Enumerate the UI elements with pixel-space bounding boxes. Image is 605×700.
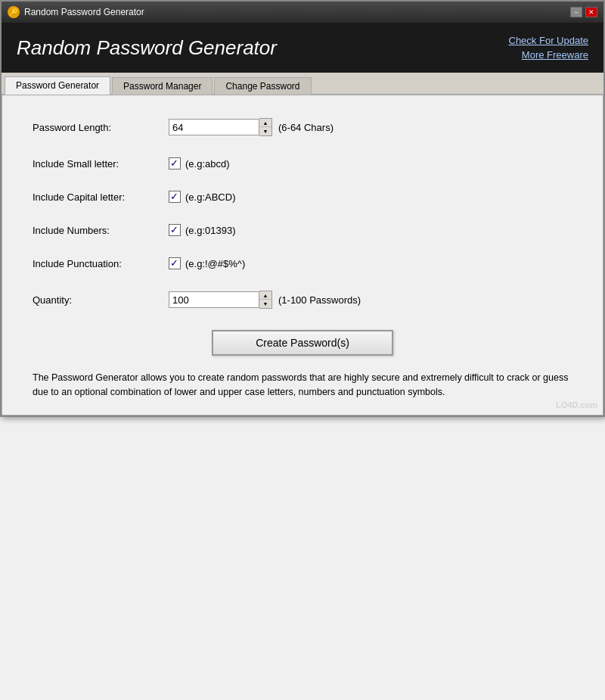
- password-length-spinner: ▲ ▼: [169, 118, 272, 136]
- tab-password-manager[interactable]: Password Manager: [112, 77, 213, 95]
- tab-password-generator[interactable]: Password Generator: [5, 76, 110, 95]
- quantity-label: Quantity:: [33, 294, 169, 306]
- password-length-control: ▲ ▼ (6-64 Chars): [169, 118, 334, 136]
- main-window: 🔑 Random Password Generator − ✕ Random P…: [0, 0, 605, 417]
- quantity-hint: (1-100 Passwords): [278, 294, 361, 306]
- create-password-button[interactable]: Create Password(s): [212, 330, 393, 356]
- include-numbers-label: Include Numbers:: [33, 225, 169, 236]
- include-punctuation-label: Include Punctuation:: [33, 258, 169, 269]
- check-update-link[interactable]: Check For Update: [509, 35, 589, 46]
- window-title: Random Password Generator: [24, 7, 144, 17]
- more-freeware-link[interactable]: More Freeware: [522, 49, 588, 61]
- tabs-section: Password Generator Password Manager Chan…: [2, 73, 603, 95]
- quantity-control: ▲ ▼ (1-100 Passwords): [169, 291, 361, 309]
- include-punctuation-control: (e.g:!@#$%^): [169, 257, 245, 269]
- title-bar: 🔑 Random Password Generator − ✕: [2, 2, 603, 23]
- password-length-row: Password Length: ▲ ▼ (6-64 Chars): [33, 118, 572, 136]
- header-links: Check For Update More Freeware: [509, 35, 589, 61]
- include-punctuation-checkbox-area: (e.g:!@#$%^): [169, 257, 245, 269]
- include-numbers-checkbox-area: (e.g:01393): [169, 224, 236, 236]
- include-punctuation-hint: (e.g:!@#$%^): [185, 258, 245, 269]
- include-small-row: Include Small letter: (e.g:abcd): [33, 157, 572, 170]
- include-capital-checkbox[interactable]: [169, 191, 181, 203]
- header-section: Random Password Generator Check For Upda…: [2, 23, 603, 73]
- app-icon: 🔑: [8, 6, 20, 18]
- title-bar-controls: − ✕: [570, 7, 597, 17]
- content-area: Password Length: ▲ ▼ (6-64 Chars) Includ…: [2, 95, 603, 415]
- include-numbers-control: (e.g:01393): [169, 224, 236, 236]
- quantity-spinner-btns: ▲ ▼: [259, 291, 272, 309]
- password-length-label: Password Length:: [33, 122, 169, 133]
- quantity-up[interactable]: ▲: [259, 291, 271, 300]
- password-length-spinner-btns: ▲ ▼: [259, 118, 272, 136]
- include-numbers-row: Include Numbers: (e.g:01393): [33, 224, 572, 236]
- tab-change-password[interactable]: Change Password: [214, 77, 311, 95]
- include-capital-row: Include Capital letter: (e.g:ABCD): [33, 191, 572, 203]
- include-small-control: (e.g:abcd): [169, 157, 230, 170]
- include-small-hint: (e.g:abcd): [185, 158, 230, 170]
- include-capital-checkbox-area: (e.g:ABCD): [169, 191, 235, 203]
- quantity-down[interactable]: ▼: [259, 300, 271, 308]
- header-title: Random Password Generator: [17, 36, 277, 60]
- password-length-hint: (6-64 Chars): [278, 122, 334, 133]
- title-bar-left: 🔑 Random Password Generator: [8, 6, 144, 18]
- minimize-button[interactable]: −: [570, 7, 582, 17]
- description-text: The Password Generator allows you to cre…: [33, 371, 572, 400]
- quantity-input[interactable]: [169, 291, 259, 308]
- password-length-down[interactable]: ▼: [259, 127, 271, 135]
- include-small-label: Include Small letter:: [33, 158, 169, 170]
- include-numbers-checkbox[interactable]: [169, 224, 181, 236]
- include-numbers-hint: (e.g:01393): [185, 225, 236, 236]
- quantity-row: Quantity: ▲ ▼ (1-100 Passwords): [33, 291, 572, 309]
- close-button[interactable]: ✕: [585, 7, 597, 17]
- include-punctuation-row: Include Punctuation: (e.g:!@#$%^): [33, 257, 572, 269]
- include-capital-label: Include Capital letter:: [33, 191, 169, 203]
- password-length-input[interactable]: [169, 119, 259, 135]
- include-small-checkbox[interactable]: [169, 157, 181, 170]
- include-capital-control: (e.g:ABCD): [169, 191, 235, 203]
- password-length-up[interactable]: ▲: [259, 119, 271, 127]
- watermark: LO4D.com: [556, 400, 597, 409]
- include-capital-hint: (e.g:ABCD): [185, 191, 235, 203]
- include-punctuation-checkbox[interactable]: [169, 257, 181, 269]
- quantity-spinner: ▲ ▼: [169, 291, 272, 309]
- include-small-checkbox-area: (e.g:abcd): [169, 157, 230, 170]
